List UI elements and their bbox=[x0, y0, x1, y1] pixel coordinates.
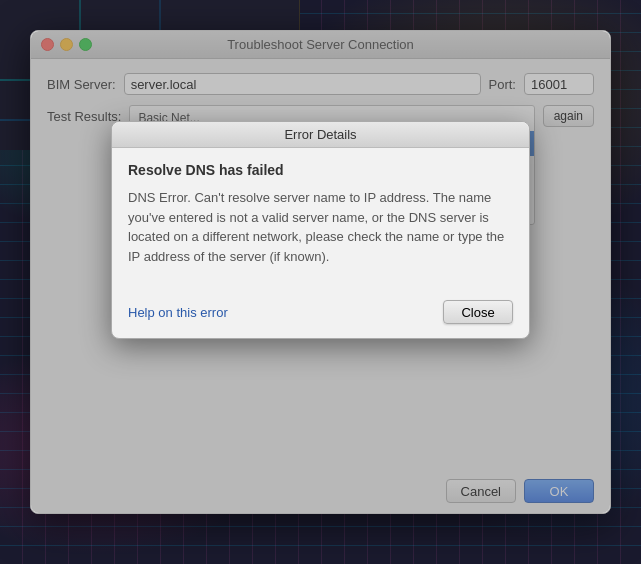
error-details-modal: Error Details Resolve DNS has failed DNS… bbox=[111, 121, 530, 339]
help-link[interactable]: Help on this error bbox=[128, 305, 228, 320]
main-window: Troubleshoot Server Connection BIM Serve… bbox=[30, 30, 611, 514]
error-modal-title: Error Details bbox=[284, 127, 356, 142]
error-heading: Resolve DNS has failed bbox=[128, 162, 513, 178]
error-description: DNS Error. Can't resolve server name to … bbox=[128, 188, 513, 266]
error-modal-body: Resolve DNS has failed DNS Error. Can't … bbox=[112, 148, 529, 300]
error-modal-footer: Help on this error Close bbox=[112, 300, 529, 338]
close-error-button[interactable]: Close bbox=[443, 300, 513, 324]
error-modal-title-bar: Error Details bbox=[112, 122, 529, 148]
